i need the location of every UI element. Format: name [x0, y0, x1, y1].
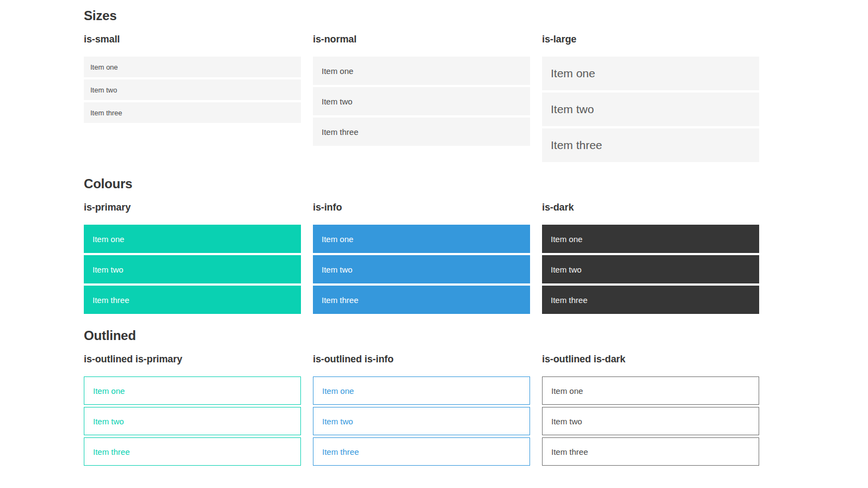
list-item: Item two: [313, 87, 530, 115]
group-label: is-primary: [84, 202, 301, 213]
list-item: Item one: [542, 57, 759, 90]
list-item: Item one: [84, 57, 301, 77]
list-item: Item three: [313, 118, 530, 146]
section-title: Colours: [84, 176, 759, 192]
list-item: Item one: [313, 376, 530, 405]
list-item: Item three: [84, 286, 301, 314]
group-label: is-normal: [313, 34, 530, 45]
group-is-outlined-is-dark: is-outlined is-dark Item one Item two It…: [542, 354, 759, 468]
list-item: Item two: [542, 407, 759, 435]
item-list-dark: Item one Item two Item three: [542, 225, 759, 314]
group-label: is-info: [313, 202, 530, 213]
sizes-columns: is-small Item one Item two Item three is…: [84, 34, 759, 164]
section-title: Sizes: [84, 8, 759, 23]
item-list-large: Item one Item two Item three: [542, 57, 759, 162]
group-label: is-outlined is-primary: [84, 354, 301, 365]
group-label: is-small: [84, 34, 301, 45]
outlined-columns: is-outlined is-primary Item one Item two…: [84, 354, 759, 468]
group-is-info: is-info Item one Item two Item three: [313, 202, 530, 316]
group-is-small: is-small Item one Item two Item three: [84, 34, 301, 164]
list-item: Item two: [542, 255, 759, 283]
item-list-primary: Item one Item two Item three: [84, 225, 301, 314]
group-label: is-dark: [542, 202, 759, 213]
list-item: Item two: [542, 92, 759, 126]
list-item: Item three: [542, 128, 759, 162]
list-item: Item three: [542, 437, 759, 466]
list-item: Item one: [542, 225, 759, 253]
group-label: is-outlined is-dark: [542, 354, 759, 365]
list-item: Item three: [313, 437, 530, 466]
section-title: Outlined: [84, 328, 759, 343]
section-outlined: Outlined is-outlined is-primary Item one…: [84, 328, 759, 468]
group-is-outlined-is-info: is-outlined is-info Item one Item two It…: [313, 354, 530, 468]
section-sizes: Sizes is-small Item one Item two Item th…: [84, 8, 759, 164]
colours-columns: is-primary Item one Item two Item three …: [84, 202, 759, 316]
list-item: Item three: [84, 437, 301, 466]
group-label: is-outlined is-info: [313, 354, 530, 365]
item-list-outlined-info: Item one Item two Item three: [313, 376, 530, 466]
item-list-outlined-dark: Item one Item two Item three: [542, 376, 759, 466]
group-is-primary: is-primary Item one Item two Item three: [84, 202, 301, 316]
item-list-info: Item one Item two Item three: [313, 225, 530, 314]
list-item: Item one: [84, 225, 301, 253]
list-item: Item two: [84, 255, 301, 283]
group-is-outlined-is-primary: is-outlined is-primary Item one Item two…: [84, 354, 301, 468]
list-item: Item two: [84, 407, 301, 435]
item-list-normal: Item one Item two Item three: [313, 57, 530, 146]
group-is-normal: is-normal Item one Item two Item three: [313, 34, 530, 164]
list-item: Item two: [313, 255, 530, 283]
list-item: Item one: [84, 376, 301, 405]
list-item: Item three: [84, 102, 301, 123]
list-item: Item two: [313, 407, 530, 435]
group-is-large: is-large Item one Item two Item three: [542, 34, 759, 164]
item-list-outlined-primary: Item one Item two Item three: [84, 376, 301, 466]
list-item: Item one: [542, 376, 759, 405]
group-label: is-large: [542, 34, 759, 45]
list-item: Item three: [542, 286, 759, 314]
list-item: Item three: [313, 286, 530, 314]
item-list-small: Item one Item two Item three: [84, 57, 301, 123]
list-item: Item two: [84, 79, 301, 100]
list-item: Item one: [313, 57, 530, 85]
section-colours: Colours is-primary Item one Item two Ite…: [84, 176, 759, 316]
list-item: Item one: [313, 225, 530, 253]
component-showcase-page: Sizes is-small Item one Item two Item th…: [0, 0, 868, 488]
group-is-dark: is-dark Item one Item two Item three: [542, 202, 759, 316]
